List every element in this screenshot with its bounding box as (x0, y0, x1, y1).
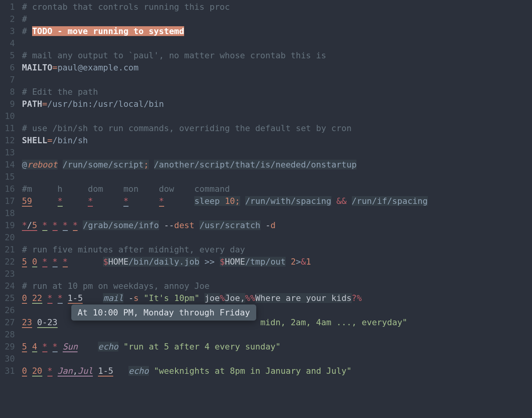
line-number: 11 (0, 122, 22, 134)
percent: % (220, 293, 225, 303)
code-line[interactable]: 21 # run five minutes after midnight, ev… (0, 243, 532, 256)
option: dest (174, 220, 194, 230)
code-line[interactable]: 5 # mail any output to `paul', no matter… (0, 49, 532, 61)
number: 10 (225, 196, 235, 206)
dash: - (128, 293, 134, 303)
script-path: /bin/daily.job (128, 257, 199, 267)
code-line[interactable]: 31 0 20 * Jan,Jul 1-5 echo "weeknights a… (0, 365, 532, 377)
script-path: /run/with/spacing (245, 196, 331, 206)
code-line[interactable]: 20 (0, 231, 532, 243)
dash: - (265, 220, 270, 230)
minute-field: 5 (22, 342, 27, 352)
code-line[interactable]: 16 #m h dom mon dow command (0, 183, 532, 195)
dom-field: * (88, 196, 93, 207)
equals: = (47, 135, 52, 145)
code-line[interactable]: 24 # run at 10 pm on weekdays, annoy Joe (0, 280, 532, 292)
code-line[interactable]: 2 # (0, 13, 532, 25)
code-line[interactable]: 29 5 4 * * Sun echo "run at 5 after 4 ev… (0, 341, 532, 353)
code-line[interactable]: 19 */5 * * * * /grab/some/info --dest /u… (0, 219, 532, 231)
code-line[interactable]: 12 SHELL=/bin/sh (0, 134, 532, 146)
value: /usr/bin:/usr/local/bin (47, 99, 164, 109)
comment: # Edit the path (22, 87, 98, 97)
value: paul@example.com (58, 63, 139, 72)
minute-star: * (22, 220, 27, 230)
text: Where are your kids (255, 293, 352, 303)
line-number: 15 (0, 171, 22, 183)
percent: % (357, 293, 362, 303)
todo-highlight: TODO - move running to systemd (32, 26, 184, 36)
minute-field: 23 (22, 317, 32, 328)
env-var: SHELL (22, 135, 47, 145)
code-line[interactable]: 8 # Edit the path (0, 86, 532, 98)
string: "run at 5 after 4 every sunday" (123, 342, 280, 351)
and-op: && (337, 196, 347, 206)
code-line[interactable]: 23 (0, 268, 532, 280)
dow-field: * (73, 220, 78, 231)
code-line[interactable]: 28 (0, 328, 532, 341)
line-number: 26 (0, 304, 22, 316)
semicolon: ; (235, 196, 240, 206)
code-line[interactable]: 14 @reboot /run/some/script; /another/sc… (0, 159, 532, 171)
code-line[interactable]: 4 (0, 37, 532, 49)
dom-field: * (47, 293, 52, 304)
script-path: /run/if/spacing (352, 196, 428, 206)
cmd-echo: echo (128, 366, 149, 376)
line-number: 1 (0, 1, 22, 13)
line-number: 28 (0, 328, 22, 341)
code-line[interactable]: 25 0 22 * * 1-5 mail -s "It's 10pm" joe%… (0, 292, 532, 304)
hour-field: 22 (32, 293, 42, 304)
line-number: 30 (0, 353, 22, 365)
code-line[interactable]: 1 # crontab that controls running this p… (0, 1, 532, 13)
mon-jan: Jan (58, 366, 73, 376)
env-var: MAILTO (22, 63, 52, 72)
line-number: 18 (0, 207, 22, 219)
code-line[interactable]: 15 (0, 171, 532, 183)
line-number: 12 (0, 134, 22, 146)
line-number: 5 (0, 49, 22, 61)
code-line[interactable]: 3 # TODO - move running to systemd (0, 25, 532, 37)
fd-1: 1 (306, 257, 311, 267)
code-line[interactable]: 18 (0, 207, 532, 219)
line-number: 16 (0, 183, 22, 195)
comment: # run at 10 pm on weekdays, annoy Joe (22, 281, 210, 291)
code-line[interactable]: 7 (0, 74, 532, 86)
line-number: 29 (0, 341, 22, 353)
minute-field: 59 (22, 196, 32, 207)
hour-field: 0 (32, 257, 37, 267)
dollar: $ (103, 257, 108, 267)
arg: joe (204, 293, 220, 303)
code-line[interactable]: 11 # use /bin/sh to run commands, overri… (0, 122, 532, 134)
code-line[interactable]: 10 (0, 110, 532, 122)
code-line[interactable]: 22 5 0 * * * $HOME/bin/daily.job >> $HOM… (0, 256, 532, 268)
arg-path: /usr/scratch (199, 220, 260, 230)
amp: & (301, 257, 306, 267)
dash: -- (164, 220, 174, 230)
line-number: 3 (0, 25, 22, 37)
dow-field: 1-5 (98, 366, 113, 377)
code-line[interactable]: 6 MAILTO=paul@example.com (0, 61, 532, 74)
dom-field: * (42, 342, 47, 352)
dom-field: * (42, 257, 47, 267)
line-number: 8 (0, 86, 22, 98)
question: ? (352, 293, 357, 303)
dow-sun: Sun (63, 342, 78, 352)
code-line[interactable]: 30 (0, 353, 532, 365)
line-number: 9 (0, 98, 22, 110)
code-line[interactable]: 9 PATH=/usr/bin:/usr/local/bin (0, 98, 532, 110)
comment: # mail any output to `paul', no matter w… (22, 50, 326, 60)
line-number: 17 (0, 195, 22, 207)
mon-field: * (123, 196, 128, 207)
dollar: $ (220, 257, 225, 267)
value: /bin/sh (52, 135, 88, 145)
mon-field: * (58, 293, 63, 304)
out-path: /tmp/out (245, 257, 286, 267)
hour-field: 0-23 (37, 317, 58, 328)
redirect: >> (204, 257, 215, 267)
hour-field: * (42, 220, 47, 231)
code-line[interactable]: 13 (0, 146, 532, 159)
dom-field: * (47, 366, 52, 377)
line-number: 23 (0, 268, 22, 280)
code-line[interactable]: 17 59 * * * * sleep 10; /run/with/spacin… (0, 195, 532, 207)
at-symbol: @ (22, 160, 27, 169)
line-number: 22 (0, 256, 22, 268)
